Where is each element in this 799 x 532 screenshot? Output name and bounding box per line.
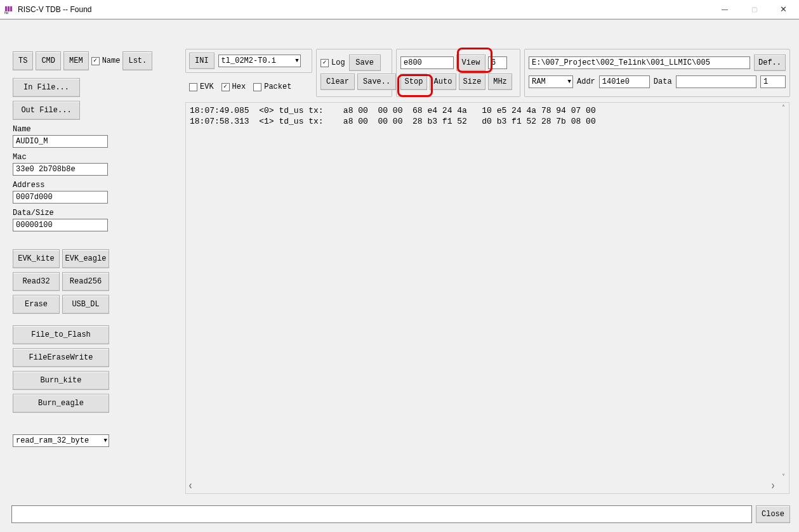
cmd-button[interactable]: CMD (36, 51, 61, 70)
svg-rect-2 (10, 6, 12, 11)
view-button[interactable]: View (456, 55, 485, 71)
clear-button[interactable]: Clear (320, 74, 355, 90)
command-bar: Close (11, 505, 790, 523)
log-checkbox[interactable]: ✓Log (320, 58, 345, 67)
save-dots-button[interactable]: Save.. (357, 74, 396, 90)
burn-eagle-button[interactable]: Burn_eagle (13, 394, 109, 413)
log-text[interactable]: 18:07:49.085 <0> td_us tx: a8 00 00 00 6… (186, 103, 777, 482)
vertical-scrollbar[interactable]: ˄ ˅ (777, 103, 789, 482)
scroll-down-icon: ˅ (777, 472, 789, 482)
name-label: Name (13, 125, 178, 134)
mem-button[interactable]: MEM (63, 51, 89, 70)
chevron-down-icon: ▼ (295, 58, 298, 64)
command-input[interactable] (11, 505, 752, 523)
maximize-button[interactable]: ▢ (739, 0, 769, 19)
window-title: RISC-V TDB -- Found (18, 5, 91, 14)
ini-button[interactable]: INI (189, 53, 215, 69)
mem-panel: Def.. RAM ▼ Addr Data (524, 49, 790, 97)
chevron-down-icon: ▼ (104, 438, 107, 444)
scroll-left-icon: ❮ (186, 482, 195, 493)
name-input[interactable] (13, 135, 108, 148)
app-icon: hci (4, 4, 14, 15)
address-input[interactable] (13, 191, 108, 204)
scroll-up-icon: ˄ (777, 103, 789, 113)
stop-button[interactable]: Stop (400, 74, 427, 90)
format-checks: EVK ✓Hex Packet (185, 79, 312, 94)
close-button[interactable]: Close (756, 505, 790, 523)
mac-input[interactable] (13, 163, 108, 176)
mac-label: Mac (13, 153, 178, 162)
titlebar: hci RISC-V TDB -- Found — ▢ ✕ (0, 0, 799, 19)
out-file-button[interactable]: Out File... (13, 101, 80, 120)
usb-dl-button[interactable]: USB_DL (62, 295, 109, 314)
mem-type-select[interactable]: RAM ▼ (529, 75, 573, 88)
mem-count-input[interactable] (760, 75, 786, 88)
evk-eagle-button[interactable]: EVK_eagle (62, 249, 109, 268)
top-toolbar: INI tl_02M2-T0.i ▼ EVK ✓Hex Packet ✓Log … (185, 49, 790, 97)
burn-kite-button[interactable]: Burn_kite (13, 371, 109, 390)
def-button[interactable]: Def.. (754, 55, 786, 71)
ini-panel: INI tl_02M2-T0.i ▼ (185, 49, 312, 73)
svg-text:hci: hci (4, 11, 8, 15)
hex-checkbox[interactable]: ✓Hex (221, 82, 246, 91)
log-area: 18:07:49.085 <0> td_us tx: a8 00 00 00 6… (185, 102, 789, 494)
save-button[interactable]: Save (349, 55, 381, 71)
auto-button[interactable]: Auto (430, 74, 456, 90)
minimize-button[interactable]: — (710, 0, 739, 19)
log-panel: ✓Log Save Clear Save.. (316, 49, 392, 97)
file-to-flash-button[interactable]: File_to_Flash (13, 325, 109, 344)
close-window-button[interactable]: ✕ (769, 0, 798, 19)
data-size-input[interactable] (13, 219, 108, 231)
evk-checkbox[interactable]: EVK (189, 82, 214, 91)
ini-file-select[interactable]: tl_02M2-T0.i ▼ (218, 55, 301, 67)
read-ram-select[interactable]: read_ram_32_byte ▼ (13, 434, 109, 447)
size-button[interactable]: Size (459, 74, 485, 90)
mhz-button[interactable]: MHz (488, 74, 512, 90)
chevron-down-icon: ▼ (568, 79, 571, 85)
left-panel: TS CMD MEM ✓ Name Lst. In File... Out Fi… (13, 51, 178, 451)
check-icon: ✓ (91, 57, 100, 65)
lst-button[interactable]: Lst. (122, 51, 152, 70)
read256-button[interactable]: Read256 (62, 272, 109, 291)
view-addr-input[interactable] (400, 56, 454, 69)
view-num-input[interactable] (488, 56, 507, 69)
address-label: Address (13, 181, 178, 190)
in-file-button[interactable]: In File... (13, 78, 80, 97)
data-label: Data (654, 77, 672, 86)
horizontal-scrollbar[interactable]: ❮ ❯ (186, 482, 777, 493)
mem-data-input[interactable] (676, 75, 756, 88)
ts-button[interactable]: TS (13, 51, 33, 70)
view-panel: View Stop Auto Size MHz (396, 49, 520, 97)
erase-button[interactable]: Erase (13, 295, 60, 314)
path-input[interactable] (529, 56, 750, 69)
packet-checkbox[interactable]: Packet (253, 82, 291, 91)
evk-kite-button[interactable]: EVK_kite (13, 249, 60, 268)
addr-label: Addr (577, 77, 595, 86)
scroll-right-icon: ❯ (769, 482, 777, 493)
file-erase-write-button[interactable]: FileEraseWrite (13, 348, 109, 367)
read32-button[interactable]: Read32 (13, 272, 60, 291)
mem-addr-input[interactable] (599, 75, 650, 88)
data-size-label: Data/Size (13, 209, 178, 217)
name-checkbox[interactable]: ✓ Name (91, 56, 121, 65)
client-area: TS CMD MEM ✓ Name Lst. In File... Out Fi… (0, 19, 799, 532)
